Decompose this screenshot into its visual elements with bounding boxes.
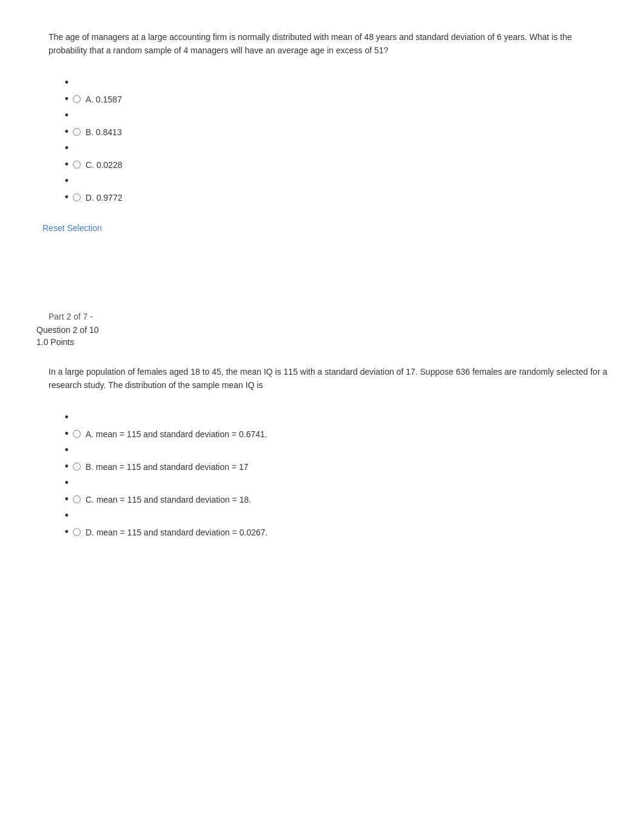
q2-bullet-dot-4: • (61, 510, 73, 522)
option-empty-3: • (61, 141, 608, 156)
option-A-radio[interactable] (73, 95, 81, 103)
q2-option-B-radio[interactable] (73, 463, 81, 471)
question-2-points: 1.0 Points (36, 337, 608, 347)
option-empty-4: • (61, 174, 608, 189)
bullet-dot-B: • (61, 126, 73, 138)
page-container: The age of managers at a large accountin… (0, 0, 644, 582)
bullet-dot-3: • (61, 143, 73, 155)
bullet-dot: • (61, 77, 73, 89)
q2-option-C-text: C. mean = 115 and standard deviation = 1… (86, 495, 251, 505)
q2-option-empty-3: • (61, 476, 608, 491)
q2-option-C-label[interactable]: C. mean = 115 and standard deviation = 1… (73, 494, 251, 506)
question-2-options: • • A. mean = 115 and standard deviation… (36, 411, 608, 540)
part-label: Part 2 of 7 - (36, 312, 608, 321)
option-B-label[interactable]: B. 0.8413 (73, 126, 122, 138)
q2-bullet-dot-B: • (61, 461, 73, 473)
bullet-dot-4: • (61, 175, 73, 187)
q2-bullet-dot-C: • (61, 494, 73, 506)
bullet-dot-C: • (61, 159, 73, 171)
q2-bullet-dot-3: • (61, 477, 73, 489)
q2-option-C-radio[interactable] (73, 495, 81, 503)
q2-option-A-radio[interactable] (73, 430, 81, 438)
question-1-block: The age of managers at a large accountin… (36, 24, 608, 257)
q2-bullet-dot-D: • (61, 526, 73, 538)
option-C-text: C. 0.0228 (86, 160, 122, 170)
bullet-dot-A: • (61, 93, 73, 106)
option-C-radio[interactable] (73, 161, 81, 169)
option-B-radio[interactable] (73, 128, 81, 136)
question-2-text: In a large population of females aged 18… (36, 359, 608, 398)
q2-option-A-label[interactable]: A. mean = 115 and standard deviation = 0… (73, 428, 267, 440)
q2-bullet-dot-A: • (61, 428, 73, 440)
q2-option-B-label[interactable]: B. mean = 115 and standard deviation = 1… (73, 461, 249, 473)
q2-bullet-dot-2: • (61, 444, 73, 457)
question-1-options: • • A. 0.1587 • • B. 0.8413 (36, 76, 608, 205)
reset-selection-link[interactable]: Reset Selection (42, 223, 102, 233)
q2-option-empty-1: • (61, 411, 608, 425)
q2-option-empty-2: • (61, 443, 608, 458)
q2-option-A-text: A. mean = 115 and standard deviation = 0… (86, 429, 267, 439)
bullet-dot-D: • (61, 192, 73, 204)
q2-option-row-B[interactable]: • B. mean = 115 and standard deviation =… (61, 460, 608, 474)
option-A-label[interactable]: A. 0.1587 (73, 93, 122, 106)
q2-option-D-label[interactable]: D. mean = 115 and standard deviation = 0… (73, 526, 267, 538)
q2-option-empty-4: • (61, 509, 608, 523)
section-divider (36, 275, 608, 312)
option-row-B[interactable]: • B. 0.8413 (61, 125, 608, 139)
question-1-text: The age of managers at a large accountin… (36, 24, 608, 64)
question-2-meta: Question 2 of 10 (36, 325, 608, 335)
option-D-text: D. 0.9772 (86, 193, 122, 203)
option-row-C[interactable]: • C. 0.0228 (61, 158, 608, 172)
option-D-radio[interactable] (73, 193, 81, 201)
option-D-label[interactable]: D. 0.9772 (73, 192, 122, 204)
q2-option-D-radio[interactable] (73, 528, 81, 536)
option-row-D[interactable]: • D. 0.9772 (61, 190, 608, 205)
q2-option-D-text: D. mean = 115 and standard deviation = 0… (86, 528, 267, 537)
question-2-block: In a large population of females aged 18… (36, 359, 608, 540)
bullet-dot-2: • (61, 110, 73, 122)
option-row-A[interactable]: • A. 0.1587 (61, 92, 608, 107)
q2-option-row-C[interactable]: • C. mean = 115 and standard deviation =… (61, 492, 608, 507)
q2-option-row-D[interactable]: • D. mean = 115 and standard deviation =… (61, 525, 608, 540)
q2-option-row-A[interactable]: • A. mean = 115 and standard deviation =… (61, 427, 608, 441)
q2-bullet-dot-1: • (61, 412, 73, 424)
option-C-label[interactable]: C. 0.0228 (73, 159, 122, 171)
option-B-text: B. 0.8413 (86, 127, 122, 137)
option-empty-1: • (61, 76, 608, 90)
option-A-text: A. 0.1587 (86, 95, 122, 104)
q2-option-B-text: B. mean = 115 and standard deviation = 1… (86, 462, 249, 472)
option-empty-2: • (61, 109, 608, 123)
